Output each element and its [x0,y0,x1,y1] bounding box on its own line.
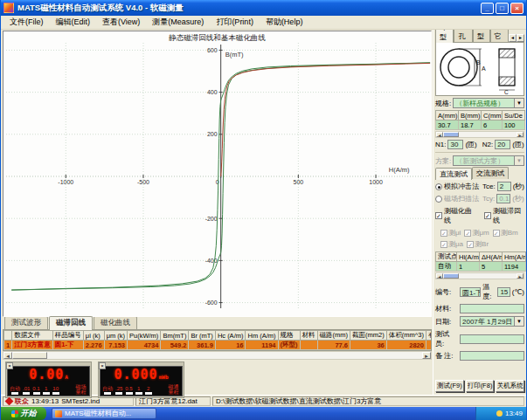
test-mode-tab-1[interactable]: 交流测试 [472,167,509,179]
n2-input[interactable]: 20 [495,140,510,149]
cell[interactable]: 2.276 [83,341,104,350]
chevron-down-icon[interactable]: ▼ [514,156,524,165]
menu-item-5[interactable]: 帮助(Help) [260,16,309,29]
col-header[interactable]: Hm (A/m) [246,331,278,341]
minimize-button[interactable]: _ [481,3,494,14]
taskbar-task-button[interactable]: MATS磁性材料自动... [52,408,156,419]
col-header[interactable]: 数据文件 [12,331,53,341]
cell[interactable]: (环型) [278,341,300,350]
action-button-1[interactable]: 打印(F8) [466,380,495,392]
led-range-2[interactable]: 0.5 [125,386,132,395]
test-points-table[interactable]: 测试点Hi(A/m)ΔH(A/m)Hm(A/m)自动151194 [435,251,526,272]
col-header[interactable]: A(mm) [436,111,459,120]
table-row[interactable]: 1江门3方富意圆1-下2.2767.1534734549.2361.916119… [4,341,433,350]
checkbox-icon[interactable] [440,241,447,248]
cell[interactable]: 6 [482,120,503,130]
col-header[interactable]: Hc (A/m) [215,331,246,341]
note-input[interactable] [460,351,524,361]
col-header[interactable]: 测试点 [436,252,457,262]
cell[interactable]: 7.153 [104,341,127,350]
led-range-0[interactable]: 自动 [10,386,20,395]
cell[interactable]: 4734 [128,341,161,350]
led-range-1[interactable]: .01 [23,386,30,395]
cell[interactable]: 100 [503,120,525,130]
results-table[interactable]: 数据文件样品编号μi (k)μm (k)Pu(kW/m)Bm(mT)Br (mT… [3,330,432,350]
led-range-2[interactable]: 0.1 [32,386,39,395]
cell[interactable]: 1 [457,262,480,272]
dims-scrollbar[interactable]: ◄ ► [435,131,524,138]
col-header[interactable]: B(mm) [459,111,482,120]
checkbox-icon[interactable] [440,230,447,237]
scroll-left-icon[interactable]: ◄ [436,273,443,279]
scroll-left-icon[interactable]: ◄ [3,352,12,359]
title-bar[interactable]: MATS磁性材料自动测试系统 V4.0 - 软磁测量 _ □ × [1,0,526,16]
tabs-left-icon[interactable]: ◄ [509,34,517,42]
col-header[interactable]: μm (k) [104,331,127,341]
cell[interactable]: 自动 [436,262,457,272]
checkbox-icon[interactable] [467,241,474,248]
scroll-thumb[interactable] [12,352,47,359]
checkbox-icon[interactable] [493,230,500,237]
col-header[interactable]: Pu(kW/m) [128,331,161,341]
scroll-right-icon[interactable]: ► [517,132,524,137]
action-button-0[interactable]: 测试(F9) [435,380,464,392]
led-range-1[interactable]: .25 [115,386,122,395]
result-tab-0[interactable]: 测试波形 [4,316,48,329]
cell[interactable]: 1194 [503,262,526,272]
maximize-button[interactable]: □ [496,3,509,14]
col-header[interactable]: 有效重量(g) [426,331,432,341]
magnetization-curve-checkbox[interactable] [435,212,442,219]
points-scrollbar[interactable]: ◄ ► [435,272,524,279]
action-button-2[interactable]: 关机系统 [496,380,524,392]
date-dropdown[interactable]: 2007年 1月29日 ▼ [460,316,524,327]
cell[interactable]: 36 [350,341,387,350]
cell[interactable]: 圆1-下 [52,341,83,350]
col-header[interactable]: μi (k) [83,331,104,341]
cell[interactable]: 549.2 [161,341,189,350]
result-tab-2[interactable]: 磁化曲线 [94,316,137,329]
col-header[interactable]: 磁路(mm) [317,331,350,341]
results-h-scrollbar[interactable]: ◄ ► [3,351,432,360]
chevron-down-icon[interactable]: ▼ [514,99,524,107]
cell[interactable]: 1194 [246,341,278,350]
cell[interactable]: 江门3方富意 [12,341,53,350]
n1-input[interactable]: 30 [447,140,463,149]
cell[interactable]: 2820 [386,341,426,350]
tabs-right-icon[interactable]: ► [517,34,524,42]
cell[interactable]: 5 [480,262,503,272]
col-header[interactable]: Hi(A/m) [457,252,480,262]
shape-tab-1[interactable]: 双孔 [454,30,472,42]
col-header[interactable]: 体积(mm^3) [386,331,426,341]
hysteresis-loop-checkbox[interactable] [484,212,491,219]
col-header[interactable]: Hm(A/m) [503,252,526,262]
scroll-right-icon[interactable]: ► [517,273,524,279]
cell[interactable] [300,341,317,350]
col-header[interactable]: Su/De [503,111,525,120]
col-header[interactable]: ΔH(A/m) [480,252,503,262]
cell[interactable]: 18.7 [459,120,482,130]
tester-input[interactable] [460,334,524,344]
cell[interactable] [426,341,432,350]
tcy-input[interactable]: 0.1 [496,194,510,203]
chevron-down-icon[interactable]: ▼ [514,317,524,326]
col-header[interactable]: Br (mT) [189,331,215,341]
close-icon[interactable]: × [6,362,13,369]
material-input[interactable] [460,304,524,313]
start-button[interactable]: 开始 [1,407,46,420]
dimensions-table[interactable]: A(mm)B(mm)C(mm)Su/De30.718.76100 [435,110,525,130]
menu-item-2[interactable]: 查看(View) [97,16,145,29]
checkbox-icon[interactable] [464,230,471,237]
col-header[interactable]: 材料 [300,331,317,341]
spec-dropdown[interactable]: （新样品规格） ▼ [453,98,524,108]
cell[interactable]: 30.7 [436,120,459,130]
led-range-3[interactable]: 1 [135,386,142,395]
shape-tab-2[interactable]: E型 [473,30,490,42]
system-tray[interactable]: 13:49 [475,407,526,420]
test-mode-tab-0[interactable]: 直流测试 [435,168,472,180]
led-range-4[interactable]: 2 [145,386,152,395]
shape-tab-0[interactable]: 环型 [435,30,454,43]
scheme-dropdown[interactable]: （新测试方案） ▼ [453,155,524,166]
menu-item-0[interactable]: 文件(File) [4,16,49,29]
sample-id-input[interactable]: 圆1-下 [460,287,481,297]
menu-item-4[interactable]: 打印(Print) [211,16,259,29]
